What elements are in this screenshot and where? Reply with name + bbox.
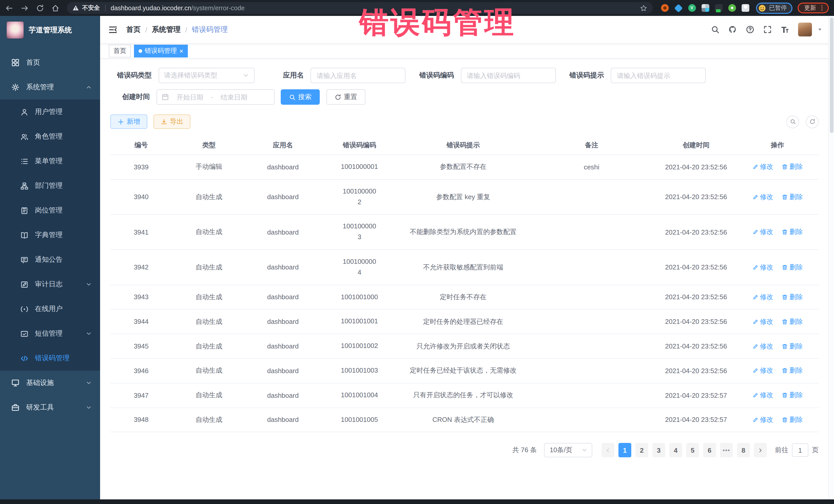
page-number-button[interactable]: 3 [652, 443, 665, 458]
delete-link[interactable]: 删除 [782, 227, 803, 237]
app-frame: 芋道管理系统 首页 系统管理 用户管理 [0, 16, 834, 499]
delete-link[interactable]: 删除 [782, 192, 803, 201]
extension-icon[interactable] [674, 4, 683, 12]
sidebar-item[interactable]: 用户管理 [0, 100, 100, 124]
page-number-button[interactable]: 6 [703, 443, 716, 458]
error-hint-input[interactable] [611, 68, 706, 83]
extension-icon[interactable] [701, 4, 709, 12]
extension-icon[interactable] [715, 4, 722, 12]
page-number-button[interactable]: ••• [720, 443, 733, 458]
sidebar-item[interactable]: 错误码管理 [0, 346, 100, 371]
page-number-button[interactable]: 1 [618, 443, 631, 458]
sidebar-item[interactable]: 在线用户 [0, 297, 100, 321]
sidebar-item[interactable]: 首页 [0, 50, 100, 75]
extension-icon[interactable] [728, 4, 736, 12]
breadcrumb-system[interactable]: 系统管理 [152, 25, 181, 34]
browser-profile-chip[interactable]: 已暂停 [756, 2, 792, 14]
page-number-button[interactable]: 5 [686, 443, 699, 458]
search-button[interactable]: 搜索 [281, 89, 320, 105]
sidebar-item[interactable]: 岗位管理 [0, 198, 100, 223]
sidebar-item[interactable]: 系统管理 [0, 75, 100, 100]
scrollbar-thumb[interactable] [830, 18, 833, 133]
delete-link[interactable]: 删除 [782, 162, 803, 172]
delete-link[interactable]: 删除 [782, 391, 803, 400]
sidebar-item[interactable]: 字典管理 [0, 223, 100, 247]
reset-button[interactable]: 重置 [326, 89, 366, 105]
browser-menu-icon[interactable] [819, 5, 825, 11]
browser-back-icon[interactable] [5, 4, 13, 12]
close-icon[interactable]: × [179, 48, 183, 54]
sidebar-collapse-icon[interactable] [108, 25, 117, 34]
sidebar-item[interactable]: 角色管理 [0, 124, 100, 149]
refresh-table-button[interactable] [806, 115, 819, 128]
caret-down-icon[interactable] [817, 27, 823, 32]
edit-link[interactable]: 修改 [752, 292, 773, 302]
page-number-button[interactable]: 4 [669, 443, 682, 458]
sidebar-item[interactable]: 基础设施 [0, 371, 100, 395]
next-page-button[interactable] [754, 443, 767, 458]
tag-tab[interactable]: 错误码管理 × [134, 45, 188, 58]
page-size-select[interactable]: 10条/页 [544, 443, 592, 458]
delete-link[interactable]: 删除 [782, 317, 803, 326]
user-avatar[interactable] [798, 23, 812, 37]
font-size-icon[interactable] [781, 25, 789, 34]
edit-link[interactable]: 修改 [752, 317, 773, 326]
delete-link[interactable]: 删除 [782, 263, 803, 272]
app-name-input[interactable] [310, 68, 405, 83]
edit-link[interactable]: 修改 [752, 391, 773, 400]
delete-link[interactable]: 删除 [782, 342, 803, 351]
goto-page-input[interactable] [792, 444, 808, 457]
extension-icon[interactable]: V [688, 4, 696, 12]
delete-link[interactable]: 删除 [782, 366, 803, 375]
error-code-input[interactable] [461, 68, 555, 83]
cell-remark [527, 215, 656, 250]
browser-reload-icon[interactable] [36, 4, 44, 12]
edit-link[interactable]: 修改 [752, 227, 773, 237]
help-icon[interactable] [746, 25, 754, 34]
edit-link[interactable]: 修改 [752, 415, 773, 424]
end-date-input[interactable] [216, 93, 252, 101]
column-header: 类型 [172, 135, 246, 155]
fullscreen-icon[interactable] [763, 25, 772, 34]
error-type-select[interactable]: 请选择错误码类型 [158, 68, 254, 83]
toggle-search-button[interactable] [786, 115, 799, 128]
prev-page-button[interactable] [601, 443, 614, 458]
edit-link[interactable]: 修改 [752, 263, 773, 272]
delete-link[interactable]: 删除 [782, 292, 803, 302]
add-button[interactable]: 新增 [110, 114, 147, 129]
cell-id: 3948 [110, 408, 172, 432]
edit-link[interactable]: 修改 [752, 162, 773, 172]
sidebar-item[interactable]: 通知公告 [0, 247, 100, 272]
extension-icon[interactable] [661, 4, 668, 12]
breadcrumb-home[interactable]: 首页 [126, 25, 140, 34]
sidebar-item[interactable]: 部门管理 [0, 174, 100, 198]
page-number-button[interactable]: 2 [635, 443, 648, 458]
browser-home-icon[interactable] [51, 4, 60, 12]
browser-forward-icon[interactable] [21, 4, 29, 12]
sidebar-item[interactable]: 研发工具 [0, 395, 100, 420]
sidebar-item[interactable]: 审计日志 [0, 272, 100, 297]
tag-tab[interactable]: 首页 × [109, 45, 131, 58]
start-date-input[interactable] [172, 93, 208, 101]
date-range-picker[interactable]: - [156, 89, 275, 105]
export-button[interactable]: 导出 [153, 114, 191, 129]
bookmark-star-icon[interactable] [640, 4, 647, 12]
sidebar-item[interactable]: 菜单管理 [0, 149, 100, 174]
table-row: 3941 自动生成 dashboard 100100000 3 不能删除类型为系… [110, 215, 819, 250]
page-scrollbar[interactable] [828, 16, 834, 499]
address-bar[interactable]: 不安全 dashboard.yudao.iocoder.cn/system/er… [67, 2, 653, 14]
profile-avatar-icon [758, 4, 766, 12]
sidebar-item[interactable]: 短信管理 [0, 321, 100, 346]
search-icon[interactable] [711, 25, 720, 34]
table-row: 3942 自动生成 dashboard 100100000 4 不允许获取敏感配… [110, 250, 819, 285]
edit-link[interactable]: 修改 [752, 342, 773, 351]
sidebar-logo-row[interactable]: 芋道管理系统 [0, 16, 100, 44]
browser-update-button[interactable]: 更新 [797, 3, 829, 13]
github-icon[interactable] [728, 25, 737, 34]
edit-link[interactable]: 修改 [752, 192, 773, 201]
edit-link[interactable]: 修改 [752, 366, 773, 375]
page-number-button[interactable]: 8 [737, 443, 750, 458]
extensions-puzzle-icon[interactable] [741, 4, 749, 12]
delete-link[interactable]: 删除 [782, 415, 803, 424]
filter-type-label: 错误码类型 [117, 71, 152, 80]
